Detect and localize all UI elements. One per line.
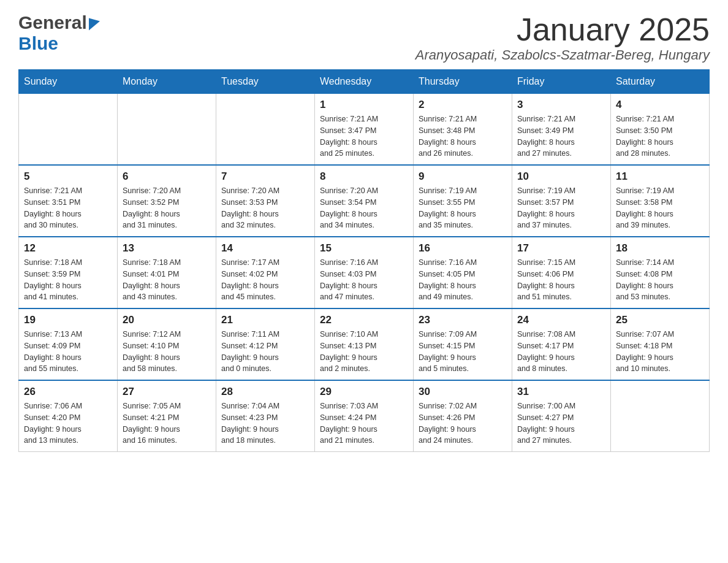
calendar-week-row: 19Sunrise: 7:13 AMSunset: 4:09 PMDayligh… — [19, 308, 710, 380]
calendar-day-cell: 29Sunrise: 7:03 AMSunset: 4:24 PMDayligh… — [315, 380, 414, 452]
calendar-day-cell: 6Sunrise: 7:20 AMSunset: 3:52 PMDaylight… — [118, 165, 216, 237]
location-title: Aranyosapati, Szabolcs-Szatmar-Bereg, Hu… — [415, 47, 710, 63]
calendar-day-cell: 22Sunrise: 7:10 AMSunset: 4:13 PMDayligh… — [315, 308, 414, 380]
day-number: 5 — [24, 170, 112, 183]
day-info: Sunrise: 7:12 AMSunset: 4:10 PMDaylight:… — [123, 329, 211, 375]
calendar-day-cell: 19Sunrise: 7:13 AMSunset: 4:09 PMDayligh… — [19, 308, 118, 380]
logo: General Blue — [18, 12, 100, 54]
day-info: Sunrise: 7:21 AMSunset: 3:50 PMDaylight:… — [616, 113, 704, 159]
calendar-day-cell: 27Sunrise: 7:05 AMSunset: 4:21 PMDayligh… — [118, 380, 216, 452]
weekday-header-tuesday: Tuesday — [216, 70, 315, 94]
calendar-day-cell — [216, 94, 315, 166]
calendar-day-cell: 31Sunrise: 7:00 AMSunset: 4:27 PMDayligh… — [512, 380, 611, 452]
calendar-day-cell: 17Sunrise: 7:15 AMSunset: 4:06 PMDayligh… — [512, 237, 611, 308]
calendar-day-cell — [118, 94, 216, 166]
day-number: 19 — [24, 314, 112, 326]
calendar-week-row: 26Sunrise: 7:06 AMSunset: 4:20 PMDayligh… — [19, 380, 710, 452]
day-info: Sunrise: 7:05 AMSunset: 4:21 PMDaylight:… — [123, 400, 211, 446]
day-number: 28 — [221, 386, 309, 398]
weekday-header-monday: Monday — [118, 70, 216, 94]
day-number: 9 — [419, 170, 507, 183]
day-info: Sunrise: 7:06 AMSunset: 4:20 PMDaylight:… — [24, 400, 112, 446]
day-info: Sunrise: 7:20 AMSunset: 3:52 PMDaylight:… — [123, 185, 211, 231]
day-number: 2 — [419, 99, 507, 111]
day-info: Sunrise: 7:19 AMSunset: 3:55 PMDaylight:… — [419, 185, 507, 231]
calendar-day-cell: 25Sunrise: 7:07 AMSunset: 4:18 PMDayligh… — [611, 308, 710, 380]
day-number: 21 — [221, 314, 309, 326]
day-number: 12 — [24, 242, 112, 255]
day-info: Sunrise: 7:20 AMSunset: 3:53 PMDaylight:… — [221, 185, 309, 231]
calendar-day-cell: 18Sunrise: 7:14 AMSunset: 4:08 PMDayligh… — [611, 237, 710, 308]
day-info: Sunrise: 7:15 AMSunset: 4:06 PMDaylight:… — [517, 257, 605, 303]
day-info: Sunrise: 7:21 AMSunset: 3:48 PMDaylight:… — [419, 113, 507, 159]
day-info: Sunrise: 7:19 AMSunset: 3:58 PMDaylight:… — [616, 185, 704, 231]
day-info: Sunrise: 7:13 AMSunset: 4:09 PMDaylight:… — [24, 329, 112, 375]
day-number: 29 — [320, 386, 408, 398]
day-info: Sunrise: 7:11 AMSunset: 4:12 PMDaylight:… — [221, 329, 309, 375]
calendar-day-cell: 9Sunrise: 7:19 AMSunset: 3:55 PMDaylight… — [414, 165, 512, 237]
calendar-day-cell: 13Sunrise: 7:18 AMSunset: 4:01 PMDayligh… — [118, 237, 216, 308]
day-number: 22 — [320, 314, 408, 326]
day-number: 17 — [517, 242, 605, 255]
day-info: Sunrise: 7:08 AMSunset: 4:17 PMDaylight:… — [517, 329, 605, 375]
logo-blue-text: Blue — [18, 33, 58, 54]
day-number: 23 — [419, 314, 507, 326]
calendar-day-cell: 12Sunrise: 7:18 AMSunset: 3:59 PMDayligh… — [19, 237, 118, 308]
calendar-table: SundayMondayTuesdayWednesdayThursdayFrid… — [18, 69, 710, 452]
day-number: 11 — [616, 170, 704, 183]
calendar-week-row: 1Sunrise: 7:21 AMSunset: 3:47 PMDaylight… — [19, 94, 710, 166]
month-title: January 2025 — [415, 12, 710, 47]
weekday-header-saturday: Saturday — [611, 70, 710, 94]
title-section: January 2025 Aranyosapati, Szabolcs-Szat… — [415, 12, 710, 63]
logo-general-text: General — [18, 12, 87, 33]
day-number: 3 — [517, 99, 605, 111]
calendar-day-cell: 30Sunrise: 7:02 AMSunset: 4:26 PMDayligh… — [414, 380, 512, 452]
day-info: Sunrise: 7:10 AMSunset: 4:13 PMDaylight:… — [320, 329, 408, 375]
day-info: Sunrise: 7:18 AMSunset: 3:59 PMDaylight:… — [24, 257, 112, 303]
day-number: 24 — [517, 314, 605, 326]
day-number: 16 — [419, 242, 507, 255]
calendar-day-cell: 23Sunrise: 7:09 AMSunset: 4:15 PMDayligh… — [414, 308, 512, 380]
day-info: Sunrise: 7:07 AMSunset: 4:18 PMDaylight:… — [616, 329, 704, 375]
calendar-day-cell: 2Sunrise: 7:21 AMSunset: 3:48 PMDaylight… — [414, 94, 512, 166]
day-info: Sunrise: 7:16 AMSunset: 4:05 PMDaylight:… — [419, 257, 507, 303]
weekday-header-thursday: Thursday — [414, 70, 512, 94]
day-number: 7 — [221, 170, 309, 183]
calendar-day-cell: 28Sunrise: 7:04 AMSunset: 4:23 PMDayligh… — [216, 380, 315, 452]
day-number: 31 — [517, 386, 605, 398]
day-info: Sunrise: 7:14 AMSunset: 4:08 PMDaylight:… — [616, 257, 704, 303]
calendar-day-cell: 21Sunrise: 7:11 AMSunset: 4:12 PMDayligh… — [216, 308, 315, 380]
weekday-header-wednesday: Wednesday — [315, 70, 414, 94]
day-info: Sunrise: 7:17 AMSunset: 4:02 PMDaylight:… — [221, 257, 309, 303]
day-info: Sunrise: 7:02 AMSunset: 4:26 PMDaylight:… — [419, 400, 507, 446]
day-number: 26 — [24, 386, 112, 398]
day-info: Sunrise: 7:09 AMSunset: 4:15 PMDaylight:… — [419, 329, 507, 375]
day-number: 10 — [517, 170, 605, 183]
calendar-week-row: 5Sunrise: 7:21 AMSunset: 3:51 PMDaylight… — [19, 165, 710, 237]
day-number: 18 — [616, 242, 704, 255]
calendar-day-cell: 24Sunrise: 7:08 AMSunset: 4:17 PMDayligh… — [512, 308, 611, 380]
day-number: 27 — [123, 386, 211, 398]
calendar-day-cell: 11Sunrise: 7:19 AMSunset: 3:58 PMDayligh… — [611, 165, 710, 237]
day-number: 6 — [123, 170, 211, 183]
weekday-header-sunday: Sunday — [19, 70, 118, 94]
calendar-day-cell: 26Sunrise: 7:06 AMSunset: 4:20 PMDayligh… — [19, 380, 118, 452]
day-number: 1 — [320, 99, 408, 111]
logo-arrow-icon — [89, 15, 100, 31]
page-header: General Blue January 2025 Aranyosapati, … — [18, 12, 710, 63]
day-info: Sunrise: 7:16 AMSunset: 4:03 PMDaylight:… — [320, 257, 408, 303]
calendar-day-cell: 8Sunrise: 7:20 AMSunset: 3:54 PMDaylight… — [315, 165, 414, 237]
day-number: 25 — [616, 314, 704, 326]
day-info: Sunrise: 7:19 AMSunset: 3:57 PMDaylight:… — [517, 185, 605, 231]
calendar-day-cell: 5Sunrise: 7:21 AMSunset: 3:51 PMDaylight… — [19, 165, 118, 237]
day-info: Sunrise: 7:03 AMSunset: 4:24 PMDaylight:… — [320, 400, 408, 446]
calendar-day-cell — [611, 380, 710, 452]
calendar-day-cell: 4Sunrise: 7:21 AMSunset: 3:50 PMDaylight… — [611, 94, 710, 166]
day-number: 15 — [320, 242, 408, 255]
calendar-day-cell: 16Sunrise: 7:16 AMSunset: 4:05 PMDayligh… — [414, 237, 512, 308]
day-info: Sunrise: 7:04 AMSunset: 4:23 PMDaylight:… — [221, 400, 309, 446]
calendar-day-cell: 7Sunrise: 7:20 AMSunset: 3:53 PMDaylight… — [216, 165, 315, 237]
day-info: Sunrise: 7:21 AMSunset: 3:51 PMDaylight:… — [24, 185, 112, 231]
calendar-day-cell: 1Sunrise: 7:21 AMSunset: 3:47 PMDaylight… — [315, 94, 414, 166]
day-info: Sunrise: 7:18 AMSunset: 4:01 PMDaylight:… — [123, 257, 211, 303]
